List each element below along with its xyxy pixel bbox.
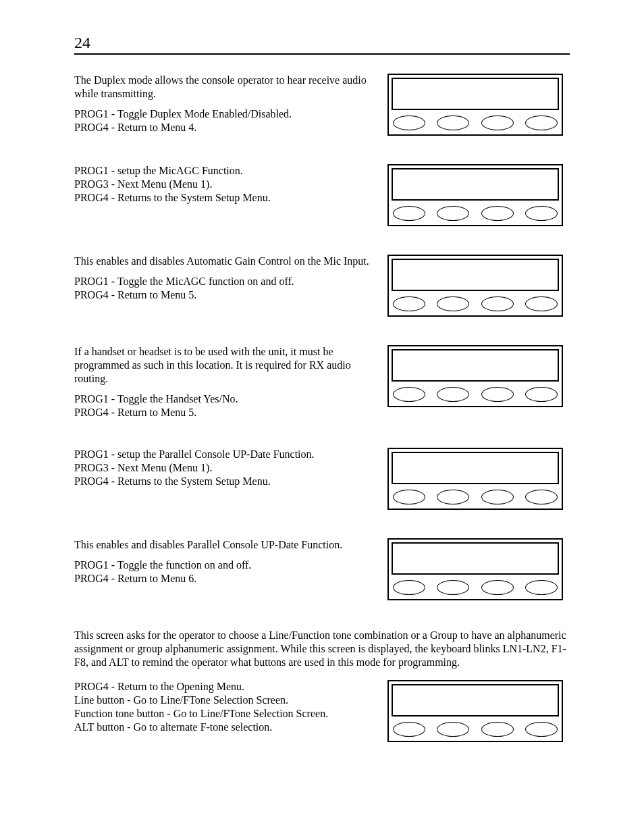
- panel-button: [437, 296, 469, 311]
- panel-button: [525, 722, 558, 737]
- panel-button: [481, 206, 514, 221]
- section-intro: This enables and disables Automatic Gain…: [74, 255, 374, 268]
- section: If a handset or headset is to be used wi…: [74, 345, 570, 419]
- prog-line: PROG3 - Next Menu (Menu 1).: [74, 178, 374, 191]
- prog-line: Line button - Go to Line/FTone Selection…: [74, 694, 374, 707]
- section: PROG1 - setup the Parallel Console UP-Da…: [74, 448, 570, 510]
- section-text: PROG1 - setup the MicAGC Function. PROG3…: [74, 164, 387, 205]
- console-panel: [387, 345, 563, 407]
- panel-button: [437, 490, 469, 504]
- panel-screen: [392, 542, 559, 575]
- section-text: This enables and disables Parallel Conso…: [74, 538, 387, 585]
- panel-button: [525, 387, 558, 402]
- prog-line: PROG4 - Return to Menu 5.: [74, 406, 374, 419]
- document-page: 24 The Duplex mode allows the console op…: [0, 0, 644, 834]
- section: This enables and disables Parallel Conso…: [74, 538, 570, 600]
- panel-button: [525, 115, 558, 130]
- section-text: This enables and disables Automatic Gain…: [74, 255, 387, 302]
- page-number: 24: [74, 34, 570, 55]
- panel-screen: [392, 78, 559, 110]
- console-panel: [387, 538, 563, 600]
- panel-button: [525, 206, 558, 221]
- panel-button: [393, 722, 425, 737]
- panel-button: [525, 296, 558, 311]
- panel-screen: [392, 168, 559, 201]
- prog-line: PROG1 - setup the Parallel Console UP-Da…: [74, 448, 374, 461]
- panel-button: [481, 296, 514, 311]
- prog-line: ALT button - Go to alternate F-tone sele…: [74, 721, 374, 734]
- section-text: PROG4 - Return to the Opening Menu. Line…: [74, 680, 387, 734]
- panel-button: [393, 580, 425, 595]
- prog-line: PROG4 - Return to Menu 4.: [74, 121, 374, 134]
- panel-button: [437, 580, 469, 595]
- prog-line: PROG4 - Return to the Opening Menu.: [74, 680, 374, 694]
- section: PROG4 - Return to the Opening Menu. Line…: [74, 680, 570, 742]
- prog-line: PROG4 - Returns to the System Setup Menu…: [74, 475, 374, 488]
- panel-button: [393, 115, 425, 130]
- prog-line: PROG1 - setup the MicAGC Function.: [74, 164, 374, 178]
- panel-button: [481, 115, 514, 130]
- section: The Duplex mode allows the console opera…: [74, 74, 570, 136]
- panel-screen: [392, 349, 559, 382]
- prog-line: PROG1 - Toggle the MicAGC function on an…: [74, 275, 374, 288]
- section-intro: This enables and disables Parallel Conso…: [74, 538, 374, 552]
- panel-button: [437, 115, 469, 130]
- panel-screen: [392, 684, 559, 716]
- console-panel: [387, 255, 563, 317]
- body-paragraph: This screen asks for the operator to cho…: [74, 629, 570, 669]
- panel-button: [437, 206, 469, 221]
- section-text: PROG1 - setup the Parallel Console UP-Da…: [74, 448, 387, 488]
- panel-button: [525, 580, 558, 595]
- console-panel: [387, 680, 563, 742]
- panel-button: [393, 490, 425, 504]
- panel-button: [437, 387, 469, 402]
- prog-line: PROG1 - Toggle Duplex Mode Enabled/Disab…: [74, 107, 374, 121]
- prog-line: PROG1 - Toggle the Handset Yes/No.: [74, 392, 374, 406]
- prog-line: PROG4 - Returns to the System Setup Menu…: [74, 191, 374, 205]
- prog-line: PROG4 - Return to Menu 6.: [74, 572, 374, 585]
- panel-button: [393, 296, 425, 311]
- panel-screen: [392, 452, 559, 484]
- section-intro: If a handset or headset is to be used wi…: [74, 345, 374, 386]
- prog-line: PROG4 - Return to Menu 5.: [74, 288, 374, 302]
- section-text: The Duplex mode allows the console opera…: [74, 74, 387, 134]
- console-panel: [387, 164, 563, 226]
- panel-screen: [392, 259, 559, 291]
- section: This enables and disables Automatic Gain…: [74, 255, 570, 317]
- prog-line: PROG1 - Toggle the function on and off.: [74, 558, 374, 572]
- panel-button: [437, 722, 469, 737]
- section: PROG1 - setup the MicAGC Function. PROG3…: [74, 164, 570, 226]
- panel-button: [393, 206, 425, 221]
- section-text: If a handset or headset is to be used wi…: [74, 345, 387, 419]
- panel-button: [481, 722, 514, 737]
- panel-button: [525, 490, 558, 504]
- prog-line: PROG3 - Next Menu (Menu 1).: [74, 461, 374, 475]
- prog-line: Function tone button - Go to Line/FTone …: [74, 707, 374, 721]
- panel-button: [481, 387, 514, 402]
- console-panel: [387, 448, 563, 510]
- console-panel: [387, 74, 563, 136]
- panel-button: [393, 387, 425, 402]
- panel-button: [481, 580, 514, 595]
- section-intro: The Duplex mode allows the console opera…: [74, 74, 374, 101]
- panel-button: [481, 490, 514, 504]
